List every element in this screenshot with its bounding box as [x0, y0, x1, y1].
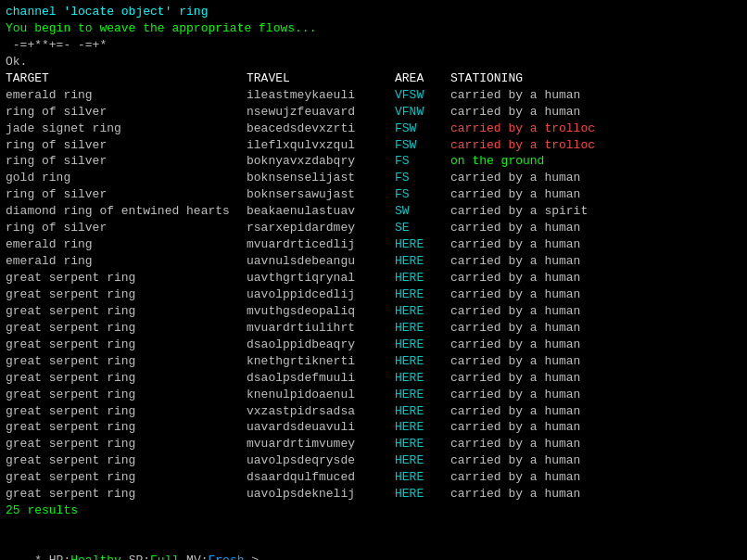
- cell-station: carried by a human: [450, 286, 741, 303]
- cell-area: SW: [395, 203, 450, 220]
- table-row: great serpent ringmvuthgsdeopaliqHEREcar…: [6, 303, 741, 320]
- cell-station: carried by a human: [450, 104, 741, 121]
- cell-travel: uavolpsdeqrysde: [247, 452, 395, 469]
- header-target: TARGET: [6, 70, 247, 87]
- cell-target: ring of silver: [6, 104, 247, 121]
- cell-travel: ileflxqulvxzqul: [247, 137, 395, 154]
- cell-station: carried by a human: [450, 320, 741, 337]
- cell-travel: dsaolpsdefmuuli: [247, 370, 395, 387]
- prompt-prefix: * HP:: [34, 554, 70, 560]
- prompt-mv-prefix: MV:: [179, 554, 208, 560]
- cell-station: carried by a human: [450, 403, 741, 420]
- cell-station: carried by a human: [450, 186, 741, 203]
- cell-area: HERE: [395, 320, 450, 337]
- cell-area: VFNW: [395, 104, 450, 121]
- table-row: emerald ringmvuardrticedlijHEREcarried b…: [6, 236, 741, 253]
- cell-travel: dsaardqulfmuced: [247, 469, 395, 486]
- table-row: great serpent ringuavardsdeuavuliHEREcar…: [6, 419, 741, 436]
- cell-target: emerald ring: [6, 236, 247, 253]
- cell-station: carried by a human: [450, 337, 741, 353]
- cell-target: great serpent ring: [6, 270, 247, 286]
- table-row: great serpent ringuavolppidcedlijHEREcar…: [6, 286, 741, 303]
- line-channel: channel 'locate object' ring: [6, 4, 741, 20]
- cell-target: great serpent ring: [6, 452, 247, 469]
- line-weave: You begin to weave the appropriate flows…: [6, 20, 741, 37]
- cell-travel: ileastmeykaeuli: [247, 87, 395, 104]
- table-row: ring of silverboknyavxzdabqryFSon the gr…: [6, 153, 741, 170]
- cell-target: great serpent ring: [6, 370, 247, 387]
- cell-area: VFSW: [395, 87, 450, 104]
- cell-area: SE: [395, 220, 450, 236]
- cell-target: gold ring: [6, 170, 247, 186]
- prompt-line: * HP:Healthy SP:Full MV:Fresh >: [6, 536, 741, 560]
- table-row: great serpent ringuavolpsdeqrysdeHEREcar…: [6, 452, 741, 469]
- table-row: ring of silverboknsersawujastFScarried b…: [6, 186, 741, 203]
- table-row: jade signet ringbeacedsdevxzrtiFSWcarrie…: [6, 121, 741, 137]
- cell-station: on the ground: [450, 153, 741, 170]
- cell-station: carried by a human: [450, 469, 741, 486]
- cell-travel: mvuthgsdeopaliq: [247, 303, 395, 320]
- cell-travel: beakaenulastuav: [247, 203, 395, 220]
- cell-travel: rsarxepidardmey: [247, 220, 395, 236]
- header-travel: TRAVEL: [247, 70, 395, 87]
- cell-area: HERE: [395, 370, 450, 387]
- table-row: ring of silvernsewujzfeuavardVFNWcarried…: [6, 104, 741, 121]
- cell-travel: knenulpidoaenul: [247, 387, 395, 403]
- cell-target: ring of silver: [6, 186, 247, 203]
- cell-area: FSW: [395, 121, 450, 137]
- cell-travel: nsewujzfeuavard: [247, 104, 395, 121]
- cell-target: diamond ring of entwined hearts: [6, 203, 247, 220]
- cell-travel: knethgrtiknerti: [247, 353, 395, 370]
- cell-area: HERE: [395, 387, 450, 403]
- cell-travel: boknsenselijast: [247, 170, 395, 186]
- table-row: great serpent ringdsaolppidbeaqryHEREcar…: [6, 337, 741, 353]
- prompt-suffix: >: [245, 554, 260, 560]
- cell-travel: uavolpsdeknelij: [247, 486, 395, 503]
- header-area: AREA: [395, 70, 450, 87]
- table-body: emerald ringileastmeykaeuliVFSWcarried b…: [6, 87, 741, 503]
- cell-travel: uavnulsdebeangu: [247, 253, 395, 270]
- cell-station: carried by a human: [450, 253, 741, 270]
- cell-area: HERE: [395, 419, 450, 436]
- cell-area: HERE: [395, 486, 450, 503]
- results-table: TARGET TRAVEL AREA STATIONING emerald ri…: [6, 70, 741, 503]
- cell-target: emerald ring: [6, 253, 247, 270]
- cell-area: FS: [395, 170, 450, 186]
- cell-target: great serpent ring: [6, 337, 247, 353]
- cell-area: HERE: [395, 270, 450, 286]
- cell-area: HERE: [395, 286, 450, 303]
- cell-target: ring of silver: [6, 220, 247, 236]
- cell-area: FSW: [395, 137, 450, 154]
- line-decoration: -=+**+=- -=+*: [6, 37, 741, 54]
- table-row: great serpent ringmvuardrtiulihrtHEREcar…: [6, 320, 741, 337]
- cell-area: HERE: [395, 253, 450, 270]
- cell-area: HERE: [395, 452, 450, 469]
- cell-station: carried by a human: [450, 170, 741, 186]
- cell-target: jade signet ring: [6, 121, 247, 137]
- cell-target: great serpent ring: [6, 353, 247, 370]
- cell-station: carried by a human: [450, 87, 741, 104]
- cell-area: HERE: [395, 403, 450, 420]
- cell-station: carried by a human: [450, 370, 741, 387]
- cell-station: carried by a human: [450, 303, 741, 320]
- cell-station: carried by a human: [450, 236, 741, 253]
- table-row: emerald ringuavnulsdebeanguHEREcarried b…: [6, 253, 741, 270]
- blank-line: [6, 519, 741, 536]
- results-count: 25 results: [6, 503, 741, 519]
- table-row: gold ringboknsenselijastFScarried by a h…: [6, 170, 741, 186]
- cell-target: great serpent ring: [6, 303, 247, 320]
- cell-target: great serpent ring: [6, 436, 247, 452]
- cell-target: ring of silver: [6, 153, 247, 170]
- cell-station: carried by a human: [450, 419, 741, 436]
- cell-area: HERE: [395, 236, 450, 253]
- cell-target: great serpent ring: [6, 387, 247, 403]
- table-row: great serpent ringdsaardqulfmucedHEREcar…: [6, 469, 741, 486]
- cell-travel: uavolppidcedlij: [247, 286, 395, 303]
- prompt-full: Full: [150, 554, 179, 560]
- table-row: ring of silverrsarxepidardmeySEcarried b…: [6, 220, 741, 236]
- table-row: great serpent ringuavolpsdeknelijHEREcar…: [6, 486, 741, 503]
- cell-station: carried by a human: [450, 452, 741, 469]
- cell-target: great serpent ring: [6, 419, 247, 436]
- cell-travel: uavardsdeuavuli: [247, 419, 395, 436]
- cell-travel: mvuardrtimvumey: [247, 436, 395, 452]
